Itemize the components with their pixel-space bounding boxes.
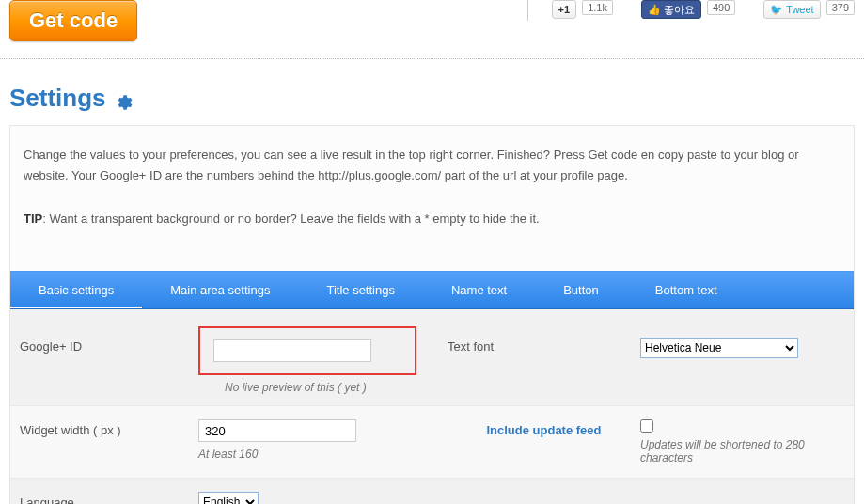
text-font-select[interactable]: Helvetica Neue	[640, 338, 798, 358]
label-text-font: Text font	[448, 326, 640, 354]
tab-button[interactable]: Button	[535, 272, 627, 308]
google-id-hint: No live preview of this ( yet )	[225, 381, 448, 394]
plus-one-count: 1.1k	[582, 0, 613, 15]
settings-panel: Change the values to your preferences, y…	[9, 125, 855, 504]
facebook-like-button[interactable]: 👍 좋아요	[641, 0, 701, 19]
include-feed-checkbox[interactable]	[640, 419, 653, 433]
tab-basic-settings[interactable]: Basic settings	[10, 272, 142, 308]
tab-bottom-text[interactable]: Bottom text	[627, 272, 746, 308]
plus-one-button[interactable]: +1	[552, 0, 577, 19]
widget-width-hint: At least 160	[198, 448, 258, 461]
help-text: Change the values to your preferences, y…	[10, 126, 854, 271]
tab-title-settings[interactable]: Title settings	[298, 272, 423, 308]
facebook-like-count: 490	[707, 0, 735, 15]
language-select[interactable]: English	[198, 492, 259, 504]
social-bar: +1 1.1k 👍 좋아요 490 🐦 Tweet 379	[527, 0, 855, 21]
google-id-input[interactable]	[213, 339, 371, 362]
label-language: Language	[20, 496, 198, 504]
tweet-label: Tweet	[786, 4, 813, 15]
widget-width-input[interactable]	[198, 419, 356, 442]
tweet-count: 379	[826, 0, 855, 15]
twitter-icon: 🐦	[770, 4, 783, 16]
thumbs-up-icon: 👍	[648, 4, 661, 16]
include-feed-hint: Updates will be shortened to 280 charact…	[640, 438, 844, 465]
label-include-feed: Include update feed	[448, 419, 640, 437]
label-widget-width: Widget width ( px )	[20, 419, 198, 437]
get-code-button[interactable]: Get code	[9, 0, 137, 41]
label-google-id: Google+ ID	[20, 326, 198, 354]
tab-main-area-settings[interactable]: Main area settings	[142, 272, 298, 308]
tweet-button[interactable]: 🐦 Tweet	[763, 0, 820, 19]
like-label: 좋아요	[664, 3, 695, 17]
tabs: Basic settings Main area settings Title …	[10, 271, 854, 309]
gear-icon	[114, 89, 133, 108]
page-title: Settings	[0, 59, 864, 120]
tab-name-text[interactable]: Name text	[423, 272, 535, 308]
